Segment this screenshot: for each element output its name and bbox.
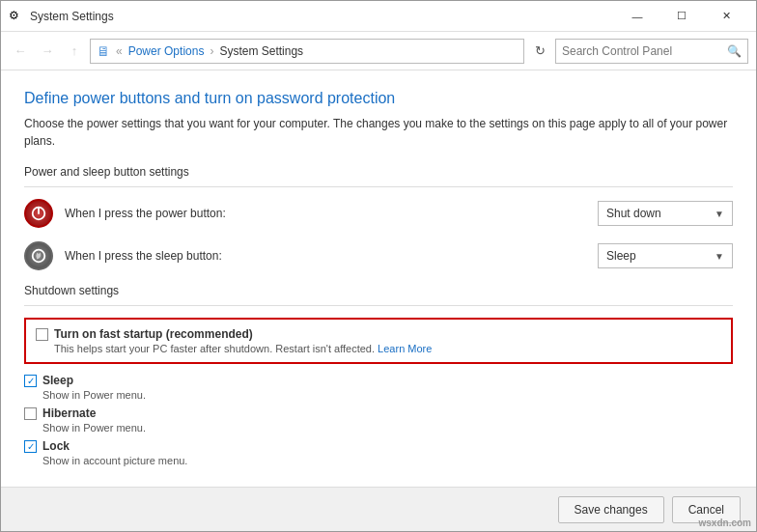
lock-option-group: Lock Show in account picture menu. [24,439,733,466]
sleep-checkbox[interactable] [24,375,37,387]
window-title: System Settings [30,10,114,23]
sleep-dropdown-arrow: ▼ [715,251,724,262]
divider-1 [24,186,733,187]
lock-checkbox[interactable] [24,440,37,453]
fast-startup-row: Turn on fast startup (recommended) [36,327,721,341]
fast-startup-desc: This helps start your PC faster after sh… [54,343,721,354]
window-icon: ⚙ [9,9,24,24]
sleep-button-icon [24,241,53,270]
lock-option-sublabel: Show in account picture menu. [42,455,733,466]
power-button-dropdown[interactable]: Shut down ▼ [598,201,733,226]
fast-startup-label: Turn on fast startup (recommended) [54,327,253,341]
power-button-label: When I press the power button: [65,207,586,220]
fast-startup-box: Turn on fast startup (recommended) This … [24,318,733,364]
power-dropdown-arrow: ▼ [715,209,724,219]
close-button[interactable]: ✕ [704,1,748,32]
hibernate-checkbox[interactable] [24,407,37,420]
power-sleep-section-label: Power and sleep button settings [24,165,733,179]
sleep-button-row: When I press the sleep button: Sleep ▼ [24,241,733,270]
hibernate-option-row: Hibernate [24,406,733,420]
up-button[interactable]: ↑ [63,40,86,63]
breadcrumb-icon: 🖥 [97,43,110,59]
power-button-icon [24,199,53,228]
title-bar-left: ⚙ System Settings [9,9,114,24]
sleep-option-label: Sleep [42,374,73,387]
page-title: Define power buttons and turn on passwor… [24,90,733,107]
maximize-button[interactable]: ☐ [659,1,704,32]
lock-option-label: Lock [42,439,70,453]
search-icon: 🔍 [727,44,742,58]
system-settings-window: ⚙ System Settings — ☐ ✕ ← → ↑ 🖥 « Power … [0,0,757,532]
title-bar: ⚙ System Settings — ☐ ✕ [1,1,756,32]
power-button-row: When I press the power button: Shut down… [24,199,733,228]
sleep-option-sublabel: Show in Power menu. [42,389,733,401]
shutdown-section-label: Shutdown settings [24,284,733,297]
refresh-button[interactable]: ↻ [528,40,551,63]
address-bar: ← → ↑ 🖥 « Power Options › System Setting… [1,32,756,70]
back-button[interactable]: ← [9,40,32,63]
divider-2 [24,305,733,306]
breadcrumb-current: System Settings [219,44,303,58]
breadcrumb-prefix: « [116,44,123,58]
learn-more-link[interactable]: Learn More [378,343,432,354]
hibernate-option-sublabel: Show in Power menu. [42,422,733,434]
shutdown-section: Shutdown settings Turn on fast startup (… [24,284,733,466]
lock-option-row: Lock [24,439,733,453]
address-field: 🖥 « Power Options › System Settings [90,39,524,64]
fast-startup-checkbox[interactable] [36,328,48,341]
search-input[interactable] [562,44,723,58]
forward-button[interactable]: → [36,40,59,63]
content-area: Define power buttons and turn on passwor… [1,70,756,487]
page-description: Choose the power settings that you want … [24,115,733,150]
watermark: wsxdn.com [699,518,751,528]
sleep-option-group: Sleep Show in Power menu. [24,374,733,401]
hibernate-option-group: Hibernate Show in Power menu. [24,406,733,434]
footer: Save changes Cancel [1,487,756,531]
sleep-button-label: When I press the sleep button: [65,249,586,263]
sleep-button-value: Sleep [606,249,636,263]
power-button-value: Shut down [606,207,661,220]
hibernate-option-label: Hibernate [42,406,96,420]
breadcrumb-separator: › [210,44,213,58]
title-controls: — ☐ ✕ [615,1,748,32]
minimize-button[interactable]: — [615,1,659,32]
sleep-button-dropdown[interactable]: Sleep ▼ [598,243,733,268]
search-box: 🔍 [555,39,748,64]
save-changes-button[interactable]: Save changes [558,496,664,523]
address-actions: ↻ [528,40,551,63]
sleep-option-row: Sleep [24,374,733,387]
fast-startup-desc-text: This helps start your PC faster after sh… [54,343,375,354]
breadcrumb-power-options[interactable]: Power Options [128,44,205,58]
